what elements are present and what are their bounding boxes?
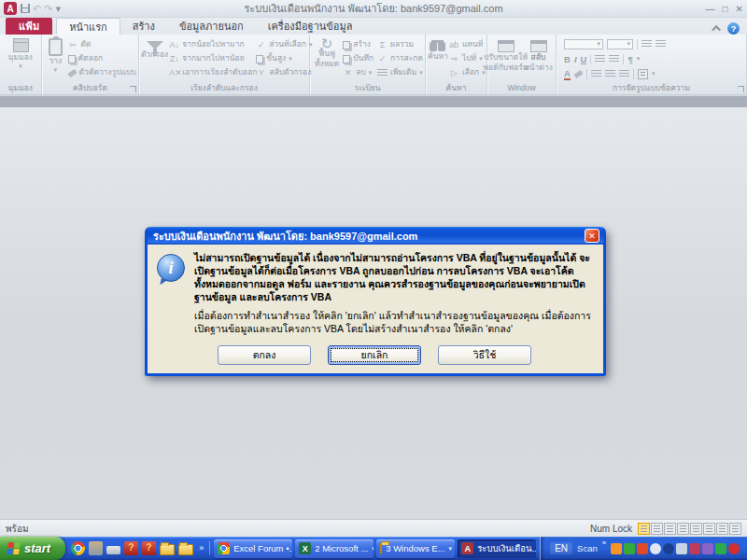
show-desktop-icon[interactable] [106,546,120,554]
scan-toolbar-label[interactable]: Scan [577,543,598,553]
report-view-icon[interactable] [729,523,741,535]
decrease-indent-icon[interactable] [595,55,605,63]
redo-icon[interactable]: ↷ [44,3,52,15]
views-button[interactable]: มุมมอง ▾ [2,37,39,69]
format-painter-button[interactable]: ตัวคัดวางรูปแบบ [68,67,136,78]
format-dialog-launcher[interactable] [738,86,744,92]
close-button[interactable]: ✕ [736,0,743,18]
remove-sort-button[interactable]: A✕ เอาการเรียงลำดับออก [169,67,255,78]
find-button[interactable]: ค้นหา [428,37,448,62]
sort-ascending-button[interactable]: A↓ จากน้อยไปหามาก [169,39,255,50]
filter-button[interactable]: ตัวกรอง [141,37,168,60]
tray-icon[interactable] [715,543,726,554]
align-left-icon[interactable] [591,70,601,77]
tray-icon[interactable] [650,543,661,554]
folder-icon[interactable] [160,544,175,555]
tray-icon[interactable] [702,543,713,554]
layout-view-icon[interactable] [690,523,702,535]
size-to-fit-form-button[interactable]: ปรับขนาดให้ พอดีกับฟอร์ม [491,37,521,72]
switch-windows-button[interactable]: สลับ หน้าต่าง [525,37,553,72]
tray-icon[interactable] [611,543,622,554]
sort-descending-button[interactable]: Z↓ จากมากไปหาน้อย [169,53,255,64]
new-record-button[interactable]: สร้าง [343,39,376,50]
font-size-combo[interactable]: ▾ [607,39,633,49]
switch-windows-icon [530,40,547,52]
datasheet-view-icon[interactable] [638,523,650,535]
tab-create[interactable]: สร้าง [120,18,167,35]
tray-icon[interactable] [663,543,674,554]
chrome-icon[interactable] [71,541,85,555]
goto-icon: ⇒ [449,54,459,64]
task-explorer-group[interactable]: 3 Windows E... ▾ [376,539,455,558]
font-color-icon[interactable]: A [564,68,571,80]
start-button[interactable]: start [0,537,65,560]
pivot-chart-view-icon[interactable] [664,523,676,535]
select-button[interactable]: ▷ เลือก▾ [449,67,486,78]
cut-button[interactable]: ✂ ตัด [68,39,136,50]
save-icon[interactable] [21,4,30,13]
collapse-ribbon-icon[interactable] [712,25,721,35]
tray-icon[interactable] [689,543,700,554]
minimize-button[interactable]: — [706,0,715,18]
folder-icon[interactable] [178,544,193,555]
goto-button[interactable]: ⇒ ไปที่▾ [449,53,486,64]
totals-button[interactable]: Σ ผลรวม [377,39,423,50]
underline-icon[interactable]: U [581,54,587,64]
tab-home[interactable]: หน้าแรก [56,18,120,35]
picture-tool-icon[interactable] [89,541,103,555]
advanced-filter-button[interactable]: ขั้นสูง▾ [256,53,312,64]
align-center-icon[interactable] [605,70,615,77]
help-icon[interactable]: ? [727,22,740,35]
copy-button[interactable]: คัดลอก [68,53,136,64]
toggle-filter-button[interactable]: Y สลับตัวกรอง [256,67,312,78]
save-record-button[interactable]: บันทึก [343,53,376,64]
more-records-button[interactable]: เพิ่มเติม▾ [377,67,423,78]
replace-button[interactable]: ab แทนที่ [449,39,486,50]
bold-icon[interactable]: B [564,54,571,64]
dialog-titlebar[interactable]: ระบบเงินเดือนพนักงาน พัฒนาโดย: bank9597@… [148,227,603,245]
tab-external-data[interactable]: ข้อมูลภายนอก [167,18,256,35]
clipboard-dialog-launcher[interactable] [130,86,136,92]
gridlines-icon[interactable] [638,69,648,79]
highlight-color-icon[interactable] [573,69,583,77]
cancel-button[interactable]: ยกเลิก [328,345,421,365]
more-icon [377,69,388,77]
tray-more-chevron[interactable]: » [602,537,606,547]
text-direction-icon[interactable]: ¶ [627,54,632,64]
tab-file[interactable]: แฟ้ม [6,18,52,35]
paste-button[interactable]: วาง ▾ [44,37,67,73]
pivot-table-view-icon[interactable] [651,523,663,535]
bullets-icon[interactable] [641,40,652,48]
tray-icon[interactable] [624,543,635,554]
task-chrome-excel-forum[interactable]: Excel Forum •... [214,539,292,558]
selection-button[interactable]: ✓ ส่วนที่เลือก▾ [256,39,312,50]
spelling-button[interactable]: ✓ การสะกด [377,53,423,64]
restore-button[interactable]: □ [723,0,728,18]
tray-icon[interactable] [728,543,740,554]
delete-record-button[interactable]: ✕ ลบ▾ [343,67,376,78]
dialog-close-button[interactable]: ✕ [585,229,599,243]
qat-customize-icon[interactable]: ▾ [55,3,61,15]
access-app-icon[interactable]: A [4,2,17,15]
refresh-all-button[interactable]: ↻ ฟื้นฟู ทั้งหมด [312,37,342,68]
ok-button[interactable]: ตกลง [218,345,311,365]
quick-launch-more-chevron[interactable]: » [199,541,204,553]
numbering-icon[interactable] [655,40,666,48]
align-right-icon[interactable] [619,70,629,77]
tray-icon[interactable] [637,543,648,554]
language-indicator[interactable]: EN [550,542,572,554]
help-button[interactable]: วิธีใช้ [438,345,531,365]
task-excel-group[interactable]: X 2 Microsoft ... ▾ [295,539,374,558]
tab-database-tools[interactable]: เครื่องมือฐานข้อมูล [256,18,365,35]
italic-icon[interactable]: I [574,54,577,64]
undo-icon[interactable]: ↶ [33,3,41,15]
tray-network-icon[interactable] [676,543,687,554]
font-name-combo[interactable]: ▾ [564,39,603,49]
form-view-icon[interactable] [677,523,689,535]
task-access-payroll[interactable]: A ระบบเงินเดือน... [458,539,536,558]
quick-launch-app-icon[interactable] [142,541,156,555]
sql-view-icon[interactable] [716,523,728,535]
design-view-icon[interactable] [703,523,715,535]
increase-indent-icon[interactable] [609,55,619,63]
quick-launch-app-icon[interactable] [124,541,138,555]
